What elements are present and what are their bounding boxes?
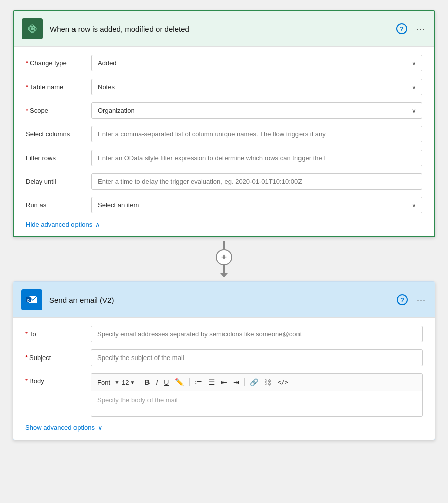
scope-row: *Scope Organization Business Unit User ∨ bbox=[26, 102, 422, 119]
show-advanced-toggle[interactable]: Show advanced options ∨ bbox=[25, 424, 103, 432]
italic-button[interactable]: I bbox=[154, 377, 160, 387]
trigger-help-button[interactable]: ? bbox=[395, 22, 408, 35]
scope-select[interactable]: Organization Business Unit User bbox=[91, 102, 422, 119]
email-help-icon: ? bbox=[397, 294, 408, 305]
change-type-select[interactable]: Added Modified Deleted Added or Modified bbox=[91, 55, 422, 71]
trigger-menu-button[interactable]: ··· bbox=[415, 23, 426, 35]
toolbar-divider-1 bbox=[139, 378, 139, 386]
font-dropdown-chevron-icon: ▼ bbox=[114, 379, 120, 385]
add-step-icon: + bbox=[221, 252, 227, 263]
scope-label: *Scope bbox=[26, 107, 91, 114]
run-as-label: Run as bbox=[26, 201, 91, 209]
add-step-button[interactable]: + bbox=[216, 249, 232, 265]
table-name-label: *Table name bbox=[26, 83, 91, 91]
font-selector-button[interactable]: Font bbox=[95, 378, 112, 387]
email-menu-button[interactable]: ··· bbox=[416, 294, 427, 306]
trigger-help-icon: ? bbox=[396, 23, 407, 34]
change-type-row: *Change type Added Modified Deleted Adde… bbox=[26, 55, 422, 71]
bold-button[interactable]: B bbox=[142, 377, 152, 387]
email-card-body: *To *Subject *Body Font ▼ 12 ▼ bbox=[13, 318, 435, 440]
select-columns-row: Select columns bbox=[26, 126, 422, 142]
connector: + bbox=[216, 237, 232, 281]
scope-select-wrapper: Organization Business Unit User ∨ bbox=[91, 102, 422, 119]
number-list-button[interactable]: ☰ bbox=[206, 377, 217, 388]
connector-line-top bbox=[223, 241, 225, 249]
body-row: *Body Font ▼ 12 ▼ B I U ✏️ ≔ bbox=[25, 373, 423, 417]
subject-input[interactable] bbox=[91, 349, 423, 366]
indent-left-button[interactable]: ⇤ bbox=[219, 377, 229, 387]
subject-row: *Subject bbox=[25, 349, 423, 366]
email-header-actions: ? ··· bbox=[396, 293, 427, 306]
unlink-button[interactable]: ⛓ bbox=[262, 377, 273, 387]
table-name-select[interactable]: Notes Accounts Contacts bbox=[91, 79, 422, 95]
body-label: *Body bbox=[25, 373, 91, 385]
svg-point-3 bbox=[31, 27, 34, 30]
hide-advanced-label: Hide advanced options bbox=[26, 221, 92, 228]
body-editor-area[interactable]: Specify the body of the mail bbox=[91, 391, 422, 416]
trigger-card-header: When a row is added, modified or deleted… bbox=[14, 11, 434, 47]
trigger-title: When a row is added, modified or deleted bbox=[50, 25, 395, 33]
toolbar-divider-3 bbox=[244, 378, 245, 386]
toolbar-divider-2 bbox=[189, 378, 190, 386]
change-type-select-wrapper: Added Modified Deleted Added or Modified… bbox=[91, 55, 422, 71]
outlook-icon: O bbox=[25, 293, 39, 307]
font-size-display: 12 ▼ bbox=[122, 379, 135, 386]
filter-rows-input[interactable] bbox=[91, 150, 422, 166]
code-button[interactable]: </> bbox=[275, 378, 290, 387]
run-as-select[interactable]: Select an item Calling user Flow owner bbox=[91, 197, 422, 213]
underline-button[interactable]: U bbox=[162, 377, 171, 387]
delay-until-label: Delay until bbox=[26, 178, 91, 185]
email-card-header: O Send an email (V2) ? ··· bbox=[13, 282, 435, 318]
select-columns-label: Select columns bbox=[26, 130, 91, 138]
dataverse-icon bbox=[25, 22, 39, 36]
trigger-card: When a row is added, modified or deleted… bbox=[13, 10, 435, 237]
delay-until-row: Delay until bbox=[26, 173, 422, 190]
delay-until-input[interactable] bbox=[91, 173, 422, 190]
to-input[interactable] bbox=[91, 326, 423, 342]
table-name-select-wrapper: Notes Accounts Contacts ∨ bbox=[91, 79, 422, 95]
show-advanced-label: Show advanced options bbox=[25, 424, 95, 432]
bullet-list-button[interactable]: ≔ bbox=[193, 377, 204, 388]
body-editor: Font ▼ 12 ▼ B I U ✏️ ≔ ☰ ⇤ ⇥ bbox=[91, 373, 423, 417]
editor-toolbar: Font ▼ 12 ▼ B I U ✏️ ≔ ☰ ⇤ ⇥ bbox=[91, 374, 422, 391]
hide-advanced-chevron-icon: ∧ bbox=[95, 221, 100, 228]
to-row: *To bbox=[25, 326, 423, 342]
run-as-select-wrapper: Select an item Calling user Flow owner ∨ bbox=[91, 197, 422, 213]
trigger-icon-container bbox=[22, 18, 43, 39]
link-button[interactable]: 🔗 bbox=[248, 377, 260, 387]
run-as-row: Run as Select an item Calling user Flow … bbox=[26, 197, 422, 213]
filter-rows-label: Filter rows bbox=[26, 154, 91, 162]
trigger-header-actions: ? ··· bbox=[395, 22, 426, 35]
email-icon-container: O bbox=[21, 289, 42, 310]
table-name-row: *Table name Notes Accounts Contacts ∨ bbox=[26, 79, 422, 95]
email-help-button[interactable]: ? bbox=[396, 293, 409, 306]
filter-rows-row: Filter rows bbox=[26, 150, 422, 166]
body-placeholder: Specify the body of the mail bbox=[97, 396, 178, 404]
email-title: Send an email (V2) bbox=[49, 296, 396, 304]
change-type-label: *Change type bbox=[26, 59, 91, 67]
indent-right-button[interactable]: ⇥ bbox=[231, 377, 241, 387]
svg-text:O: O bbox=[27, 299, 30, 302]
hide-advanced-toggle[interactable]: Hide advanced options ∧ bbox=[26, 221, 100, 228]
connector-arrow-icon bbox=[220, 273, 228, 277]
font-size-chevron-icon: ▼ bbox=[130, 380, 135, 385]
subject-label: *Subject bbox=[25, 354, 91, 362]
trigger-card-body: *Change type Added Modified Deleted Adde… bbox=[14, 47, 434, 236]
show-advanced-chevron-icon: ∨ bbox=[98, 424, 103, 432]
to-label: *To bbox=[25, 330, 91, 338]
email-card: O Send an email (V2) ? ··· *To *Subject bbox=[13, 281, 435, 440]
select-columns-input[interactable] bbox=[91, 126, 422, 142]
highlight-button[interactable]: ✏️ bbox=[173, 377, 186, 388]
connector-line-bottom bbox=[223, 265, 225, 273]
